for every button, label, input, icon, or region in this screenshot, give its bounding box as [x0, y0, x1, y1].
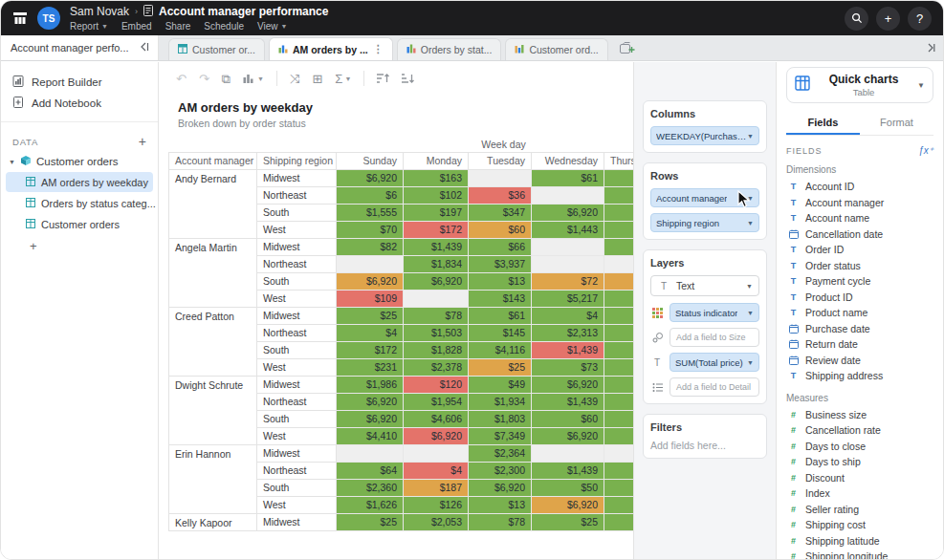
- shipping-region-cell[interactable]: Northeast: [257, 324, 337, 341]
- shipping-region-cell[interactable]: West: [257, 221, 337, 238]
- tab-format[interactable]: Format: [860, 111, 933, 135]
- sidebar-item-customer-orders[interactable]: Customer orders: [6, 214, 153, 234]
- shipping-region-cell[interactable]: South: [257, 341, 337, 358]
- shipping-region-cell[interactable]: Midwest: [257, 376, 337, 393]
- collapse-panel-icon[interactable]: [139, 42, 150, 54]
- sidebar-item-add-notebook[interactable]: Add Notebook: [1, 93, 158, 114]
- dimension-item[interactable]: TAccount name: [786, 210, 933, 226]
- transpose-button[interactable]: ⤨: [290, 73, 299, 85]
- dimension-item[interactable]: Purchase date: [786, 321, 933, 337]
- dimension-item[interactable]: Return date: [786, 336, 933, 353]
- pivot-value-cell[interactable]: $6,920: [469, 479, 532, 496]
- pivot-value-cell[interactable]: $347: [469, 204, 532, 221]
- pivot-value-cell[interactable]: $231: [337, 358, 404, 376]
- pivot-value-cell[interactable]: $36: [469, 186, 532, 204]
- pivot-value-cell[interactable]: $109: [337, 290, 404, 307]
- pivot-value-cell[interactable]: [604, 462, 634, 479]
- pivot-value-cell[interactable]: $2,053: [404, 513, 469, 530]
- shipping-region-cell[interactable]: Midwest: [257, 513, 337, 530]
- expand-panel-icon[interactable]: [924, 43, 935, 53]
- pivot-value-cell[interactable]: $78: [469, 513, 532, 530]
- pivot-value-cell[interactable]: $1,834: [404, 255, 469, 272]
- pivot-value-cell[interactable]: [604, 341, 634, 358]
- pivot-value-cell[interactable]: [604, 393, 634, 410]
- avatar[interactable]: TS: [37, 7, 60, 30]
- measure-item[interactable]: #Shipping longitude: [786, 549, 933, 559]
- shipping-region-cell[interactable]: West: [257, 358, 337, 376]
- shipping-region-cell[interactable]: West: [257, 427, 337, 444]
- help-button[interactable]: ?: [908, 7, 932, 31]
- pivot-value-cell[interactable]: $66: [469, 238, 532, 255]
- shipping-region-cell[interactable]: South: [257, 204, 337, 221]
- pivot-value-cell[interactable]: $4: [337, 324, 404, 341]
- shipping-region-cell[interactable]: Midwest: [257, 444, 337, 462]
- measure-item[interactable]: #Seller rating: [786, 502, 933, 518]
- pivot-value-cell[interactable]: $1,626: [337, 496, 404, 513]
- measure-item[interactable]: #Cancellation rate: [786, 422, 933, 439]
- pivot-value-cell[interactable]: [604, 427, 634, 444]
- layer-type-select[interactable]: T Text ▼: [650, 275, 759, 296]
- field-chip-account-manager[interactable]: Account manager ▼: [650, 188, 759, 207]
- pivot-value-cell[interactable]: $187: [404, 479, 469, 496]
- dimension-item[interactable]: TAccount manager: [786, 195, 933, 211]
- pivot-value-cell[interactable]: $64: [337, 462, 404, 479]
- pivot-value-cell[interactable]: $70: [337, 221, 404, 238]
- pivot-value-cell[interactable]: $197: [404, 204, 469, 221]
- shipping-region-cell[interactable]: South: [257, 410, 337, 427]
- tab-customer-orders-table[interactable]: Customer or...: [168, 38, 265, 60]
- pivot-value-cell[interactable]: [337, 255, 404, 272]
- pivot-value-cell[interactable]: $6,920: [532, 204, 604, 221]
- chart-type-selector[interactable]: Quick charts Table ▼: [786, 67, 933, 103]
- shipping-region-cell[interactable]: Northeast: [257, 462, 337, 479]
- pivot-value-cell[interactable]: $7,349: [469, 427, 532, 444]
- pivot-value-cell[interactable]: $60: [469, 221, 532, 238]
- pivot-value-cell[interactable]: $13: [469, 496, 532, 513]
- pivot-value-cell[interactable]: $6,920: [337, 393, 404, 410]
- dimension-item[interactable]: TOrder status: [786, 258, 933, 274]
- pivot-value-cell[interactable]: $61: [469, 307, 532, 324]
- pivot-value-cell[interactable]: $1,503: [404, 324, 469, 341]
- pivot-value-cell[interactable]: $6,920: [404, 272, 469, 290]
- add-button[interactable]: +: [876, 7, 900, 31]
- pivot-value-cell[interactable]: $6: [337, 186, 404, 204]
- pivot-value-cell[interactable]: $6,920: [337, 410, 404, 427]
- pivot-value-cell[interactable]: $2,364: [469, 444, 532, 462]
- field-chip-sum-total-price[interactable]: SUM(Total price) ▼: [670, 353, 759, 372]
- pivot-value-cell[interactable]: $25: [337, 513, 404, 530]
- pivot-value-cell[interactable]: $4,606: [404, 410, 469, 427]
- pivot-value-cell[interactable]: $1,439: [532, 393, 604, 410]
- pivot-value-cell[interactable]: [604, 513, 634, 530]
- pivot-value-cell[interactable]: $2,360: [337, 479, 404, 496]
- pivot-value-cell[interactable]: [532, 255, 604, 272]
- pivot-value-cell[interactable]: $1,555: [337, 204, 404, 221]
- group-fields-button[interactable]: ⊞: [312, 73, 322, 85]
- pivot-value-cell[interactable]: $78: [404, 307, 469, 324]
- measure-item[interactable]: #Days to close: [786, 439, 933, 455]
- pivot-value-cell[interactable]: [604, 324, 634, 341]
- pivot-value-cell[interactable]: $143: [469, 290, 532, 307]
- add-visualization-button[interactable]: +: [1, 235, 158, 253]
- menu-report[interactable]: Report▼: [70, 21, 108, 32]
- pivot-value-cell[interactable]: $13: [469, 272, 532, 290]
- measure-item[interactable]: #Days to ship: [786, 454, 933, 470]
- tree-root-customer-orders[interactable]: ▼ Customer orders: [1, 152, 158, 171]
- pivot-value-cell[interactable]: [604, 169, 634, 186]
- field-chip-status-indicator[interactable]: Status indicator ▼: [670, 303, 759, 322]
- sidebar-item-am-orders-by-weekday[interactable]: AM orders by weekday ⋮: [6, 172, 153, 192]
- undo-button[interactable]: ↶: [176, 73, 187, 85]
- pivot-value-cell[interactable]: $6,920: [532, 376, 604, 393]
- search-button[interactable]: [845, 7, 868, 31]
- pivot-value-cell[interactable]: $1,954: [404, 393, 469, 410]
- pivot-value-cell[interactable]: $1,986: [337, 376, 404, 393]
- chevron-down-icon[interactable]: ▼: [9, 159, 15, 165]
- account-manager-cell[interactable]: Erin Hannon: [169, 444, 257, 513]
- measure-item[interactable]: #Index: [786, 485, 933, 502]
- filters-dropzone[interactable]: Add fields here...: [650, 440, 759, 451]
- shipping-region-cell[interactable]: Northeast: [257, 255, 337, 272]
- pivot-value-cell[interactable]: [532, 186, 604, 204]
- pivot-value-cell[interactable]: $82: [337, 238, 404, 255]
- menu-share[interactable]: Share: [165, 21, 191, 32]
- pivot-value-cell[interactable]: $1,828: [404, 341, 469, 358]
- dimension-item[interactable]: TOrder ID: [786, 242, 933, 258]
- field-chip-weekday-purchase-date[interactable]: WEEKDAY(Purchase date) ▼: [650, 126, 759, 145]
